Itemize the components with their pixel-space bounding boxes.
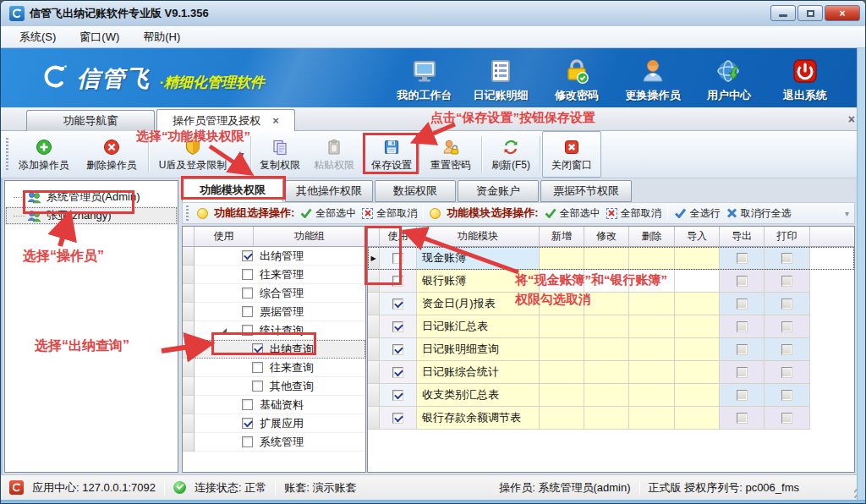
paste-permission-button[interactable]: 粘贴权限 xyxy=(307,131,361,178)
use-checkbox[interactable] xyxy=(242,288,253,299)
use-checkbox[interactable] xyxy=(392,344,403,355)
group-row[interactable]: 往来查询 xyxy=(183,359,365,377)
export-checkbox[interactable] xyxy=(737,390,748,401)
menu-window[interactable]: 窗口(W) xyxy=(69,27,129,47)
module-clear-all-button[interactable]: 全部取消 xyxy=(606,206,661,221)
use-checkbox[interactable] xyxy=(242,306,253,317)
module-row[interactable]: 日记账综合统计 xyxy=(368,361,854,384)
my-workbench-button[interactable]: 我的工作台 xyxy=(386,53,463,103)
add-operator-button[interactable]: 添加操作员 xyxy=(11,131,77,178)
use-checkbox[interactable] xyxy=(252,343,263,354)
use-checkbox[interactable] xyxy=(392,367,403,378)
module-row[interactable]: 日记账汇总表 xyxy=(368,315,854,338)
group-row[interactable]: 出纳管理 xyxy=(183,247,365,266)
group-row[interactable]: 扩展应用 xyxy=(183,414,365,433)
print-checkbox[interactable] xyxy=(781,390,792,401)
close-button[interactable]: × xyxy=(825,5,860,21)
clear-row-selection-button[interactable]: 取消行全选 xyxy=(726,206,792,221)
minimize-button[interactable] xyxy=(770,5,796,21)
use-checkbox[interactable] xyxy=(242,399,253,410)
operator-item-admin[interactable]: 系统管理员(Admin) xyxy=(5,188,178,206)
switch-operator-button[interactable]: 更换操作员 xyxy=(615,53,691,103)
export-checkbox[interactable] xyxy=(737,253,748,264)
module-row[interactable]: 日记账明细查询 xyxy=(368,338,854,361)
toolbar-grip[interactable] xyxy=(4,138,11,171)
tab-other-permission[interactable]: 其他操作权限 xyxy=(285,180,373,202)
journal-detail-button[interactable]: 日记账明细 xyxy=(463,53,539,103)
group-row[interactable]: 综合管理 xyxy=(183,284,365,303)
user-center-button[interactable]: 用户中心 xyxy=(691,53,767,103)
print-checkbox[interactable] xyxy=(781,413,792,424)
close-window-button[interactable]: 关闭窗口 xyxy=(542,131,601,178)
change-password-button[interactable]: 修改密码 xyxy=(539,53,615,103)
use-checkbox[interactable] xyxy=(392,390,403,401)
save-settings-button[interactable]: 保存设置 xyxy=(365,131,418,178)
use-checkbox[interactable] xyxy=(242,436,253,447)
use-checkbox[interactable] xyxy=(252,381,263,392)
group-row[interactable]: 统计查询 xyxy=(183,321,365,340)
export-checkbox[interactable] xyxy=(737,413,748,424)
menu-help[interactable]: 帮助(H) xyxy=(133,27,190,47)
module-row[interactable]: 收支类别汇总表 xyxy=(368,384,854,407)
print-checkbox[interactable] xyxy=(781,367,792,378)
export-checkbox[interactable] xyxy=(737,299,748,310)
use-checkbox[interactable] xyxy=(392,299,403,310)
use-checkbox[interactable] xyxy=(242,250,253,261)
module-row[interactable]: ▶现金账簿 xyxy=(368,247,854,270)
group-row[interactable]: 其他查询 xyxy=(183,377,365,396)
tab-close-icon[interactable]: × xyxy=(272,114,279,127)
refresh-button[interactable]: 刷新(F5) xyxy=(484,131,538,178)
group-select-all-button[interactable]: 全部选中 xyxy=(300,206,356,221)
tab-module-permission[interactable]: 功能模块权限 xyxy=(182,178,283,202)
operator-item-zhangya[interactable]: 张亚(zhangy) xyxy=(5,206,178,225)
menu-system[interactable]: 系统(S) xyxy=(9,27,66,47)
export-checkbox[interactable] xyxy=(737,276,748,287)
group-row[interactable]: 往来管理 xyxy=(183,266,365,284)
group-row[interactable]: 系统管理 xyxy=(183,433,365,452)
header-delete[interactable]: 删除 xyxy=(629,227,675,247)
use-checkbox[interactable] xyxy=(392,276,403,287)
export-checkbox[interactable] xyxy=(737,344,748,355)
use-checkbox[interactable] xyxy=(392,253,403,264)
export-checkbox[interactable] xyxy=(737,367,748,378)
maximize-button[interactable] xyxy=(797,5,823,21)
selbar-grip[interactable] xyxy=(184,205,191,221)
use-checkbox[interactable] xyxy=(392,321,403,332)
header-use[interactable]: 使用 xyxy=(195,227,254,247)
exit-system-button[interactable]: 退出系统 xyxy=(767,53,843,103)
print-checkbox[interactable] xyxy=(781,344,792,355)
header-function-group[interactable]: 功能组 xyxy=(254,227,365,247)
select-row-button[interactable]: 全选行 xyxy=(674,206,721,221)
header-print[interactable]: 打印 xyxy=(765,227,810,247)
expander-icon[interactable] xyxy=(220,328,227,335)
module-row[interactable]: 资金日(月)报表 xyxy=(368,293,854,315)
group-row[interactable]: ▶出纳查询 xyxy=(183,340,365,359)
group-row[interactable]: 票据管理 xyxy=(183,303,365,321)
print-checkbox[interactable] xyxy=(781,299,792,310)
copy-permission-button[interactable]: 复制权限 xyxy=(253,131,307,178)
header-modify[interactable]: 修改 xyxy=(584,227,629,247)
header-use[interactable]: 使用 xyxy=(380,227,417,247)
reset-password-button[interactable]: 重置密码 xyxy=(422,131,480,178)
print-checkbox[interactable] xyxy=(781,321,792,332)
export-checkbox[interactable] xyxy=(737,321,748,332)
use-checkbox[interactable] xyxy=(242,269,253,280)
header-module[interactable]: 功能模块 xyxy=(417,227,540,247)
use-checkbox[interactable] xyxy=(242,418,253,429)
tab-bill-permission[interactable]: 票据环节权限 xyxy=(540,180,632,202)
module-select-all-button[interactable]: 全部选中 xyxy=(545,206,600,221)
title-bar[interactable]: 信管飞出纳记账软件专业版 V9.1.356 × xyxy=(1,1,866,26)
module-row[interactable]: 银行存款余额调节表 xyxy=(368,407,854,430)
selbar-overflow-caret-icon[interactable]: ▾ xyxy=(845,209,849,218)
header-add[interactable]: 新增 xyxy=(540,227,584,247)
header-import[interactable]: 导入 xyxy=(675,227,720,247)
group-clear-all-button[interactable]: 全部取消 xyxy=(362,206,417,221)
use-checkbox[interactable] xyxy=(392,413,403,424)
print-checkbox[interactable] xyxy=(781,253,792,264)
pane-close-icon[interactable]: × xyxy=(848,112,855,126)
tab-fund-account[interactable]: 资金账户 xyxy=(458,180,539,202)
use-checkbox[interactable] xyxy=(252,362,263,373)
tab-data-permission[interactable]: 数据权限 xyxy=(375,180,456,202)
use-checkbox[interactable] xyxy=(242,325,253,336)
group-row[interactable]: 基础资料 xyxy=(183,396,365,414)
